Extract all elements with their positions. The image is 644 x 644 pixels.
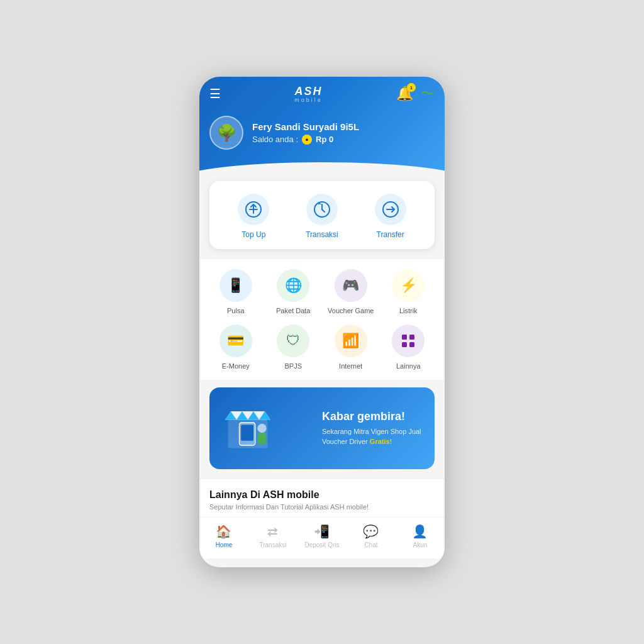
lainnya-title: Lainnya Di ASH mobile (209, 489, 435, 501)
lainnya-subtitle: Seputar Informasi Dan Tutorial Aplikasi … (209, 503, 435, 511)
service-internet[interactable]: 📶 Internet (325, 325, 377, 370)
nav-home[interactable]: 🏠 Home (206, 524, 241, 548)
chat-icon: 💬 (363, 524, 379, 539)
service-emoney[interactable]: 💳 E-Money (209, 325, 262, 370)
banner-illustration (219, 400, 322, 457)
home-label: Home (216, 541, 233, 548)
action-transaksi[interactable]: Transaksi (300, 194, 344, 239)
paket-data-label: Paket Data (276, 307, 310, 314)
action-transfer[interactable]: Transfer (369, 194, 413, 239)
topup-icon (238, 194, 269, 225)
service-pulsa[interactable]: 📱 Pulsa (209, 269, 262, 314)
deposit-qris-label: Deposit Qris (304, 541, 339, 548)
saldo-row: Saldo anda : ● Rp 0 (252, 135, 359, 145)
svg-point-18 (257, 424, 266, 433)
svg-rect-6 (402, 335, 407, 340)
services-section: 📱 Pulsa 🌐 Paket Data 🎮 Voucher Game ⚡ Li… (199, 259, 445, 380)
banner-svg (219, 400, 276, 457)
listrik-icon: ⚡ (392, 269, 425, 302)
transaksi-nav-label: Transaksi (259, 541, 286, 548)
svg-rect-9 (409, 342, 414, 347)
avatar-icon: 🌳 (216, 123, 236, 143)
lainnya-icon (392, 325, 425, 357)
banner-highlight: Gratis! (370, 438, 392, 445)
bottom-nav: 🏠 Home ⇄ Transaksi 📲 Deposit Qris 💬 Chat… (199, 517, 445, 558)
quick-actions-card: Top Up Transaksi (209, 181, 435, 249)
action-topup[interactable]: Top Up (231, 194, 275, 239)
service-paket-data[interactable]: 🌐 Paket Data (267, 269, 320, 314)
voucher-game-icon: 🎮 (335, 269, 367, 302)
nav-akun[interactable]: 👤 Akun (402, 524, 437, 548)
svg-rect-8 (402, 342, 407, 347)
voucher-game-label: Voucher Game (328, 307, 374, 314)
emoney-label: E-Money (222, 362, 250, 370)
emoney-icon: 💳 (219, 325, 252, 357)
svg-rect-17 (241, 425, 253, 441)
svg-rect-19 (258, 433, 266, 444)
bpjs-label: BPJS (284, 362, 302, 370)
listrik-label: Listrik (399, 307, 418, 314)
chat-label: Chat (364, 541, 377, 548)
akun-icon: 👤 (412, 524, 428, 539)
transaksi-label: Transaksi (306, 230, 338, 239)
transfer-label: Transfer (377, 230, 404, 239)
akun-label: Akun (413, 541, 428, 548)
internet-icon: 📶 (335, 325, 367, 357)
internet-label: Internet (339, 362, 362, 370)
transaksi-icon (306, 194, 338, 225)
banner-card[interactable]: Kabar gembira! Sekarang Mitra Vigen Shop… (209, 387, 435, 469)
wave-icon: 〜 (421, 84, 435, 103)
saldo-amount: Rp 0 (316, 135, 333, 144)
saldo-coin-icon: ● (302, 135, 312, 145)
app-logo-sub: mobile (294, 97, 323, 103)
topup-label: Top Up (242, 230, 265, 239)
quick-actions: Top Up Transaksi (219, 194, 425, 239)
notification-button[interactable]: 🔔 1 (396, 86, 413, 102)
banner-title: Kabar gembira! (322, 410, 425, 424)
services-grid: 📱 Pulsa 🌐 Paket Data 🎮 Voucher Game ⚡ Li… (209, 269, 435, 370)
transaksi-nav-icon: ⇄ (267, 524, 278, 539)
deposit-qris-icon: 📲 (314, 524, 330, 539)
svg-rect-7 (409, 335, 414, 340)
pulsa-icon: 📱 (219, 269, 252, 302)
hamburger-menu-icon[interactable]: ☰ (209, 86, 221, 101)
lainnya-service-label: Lainnya (396, 362, 421, 370)
header: ☰ ASH mobile 🔔 1 〜 🌳 (199, 77, 445, 187)
banner-text-area: Kabar gembira! Sekarang Mitra Vigen Shop… (322, 410, 425, 447)
service-bpjs[interactable]: 🛡 BPJS (267, 325, 320, 370)
app-logo: ASH (294, 85, 322, 98)
nav-deposit-qris[interactable]: 📲 Deposit Qris (304, 524, 339, 548)
banner-subtitle: Sekarang Mitra Vigen Shop Jual Voucher D… (322, 427, 425, 447)
bpjs-icon: 🛡 (277, 325, 309, 357)
service-lainnya[interactable]: Lainnya (382, 325, 435, 370)
header-icons: 🔔 1 〜 (396, 84, 435, 103)
saldo-label: Saldo anda : (252, 135, 298, 144)
header-top: ☰ ASH mobile 🔔 1 〜 (209, 77, 435, 113)
user-name: Fery Sandi Suryadi 9i5L (252, 121, 359, 132)
phone-container: ☰ ASH mobile 🔔 1 〜 🌳 (199, 77, 445, 567)
user-info: Fery Sandi Suryadi 9i5L Saldo anda : ● R… (252, 121, 359, 145)
scroll-content: ☰ ASH mobile 🔔 1 〜 🌳 (199, 77, 445, 517)
nav-chat[interactable]: 💬 Chat (353, 524, 388, 548)
avatar: 🌳 (209, 116, 243, 150)
lainnya-section: Lainnya Di ASH mobile Seputar Informasi … (199, 479, 445, 517)
service-voucher-game[interactable]: 🎮 Voucher Game (325, 269, 377, 314)
banner-section: Kabar gembira! Sekarang Mitra Vigen Shop… (199, 387, 445, 469)
notification-badge: 1 (407, 83, 416, 92)
nav-transaksi[interactable]: ⇄ Transaksi (255, 524, 290, 548)
user-section: 🌳 Fery Sandi Suryadi 9i5L Saldo anda : ●… (209, 113, 435, 162)
service-listrik[interactable]: ⚡ Listrik (382, 269, 435, 314)
home-icon: 🏠 (216, 524, 231, 539)
paket-data-icon: 🌐 (277, 269, 309, 302)
pulsa-label: Pulsa (227, 307, 245, 314)
transfer-icon (375, 194, 406, 225)
